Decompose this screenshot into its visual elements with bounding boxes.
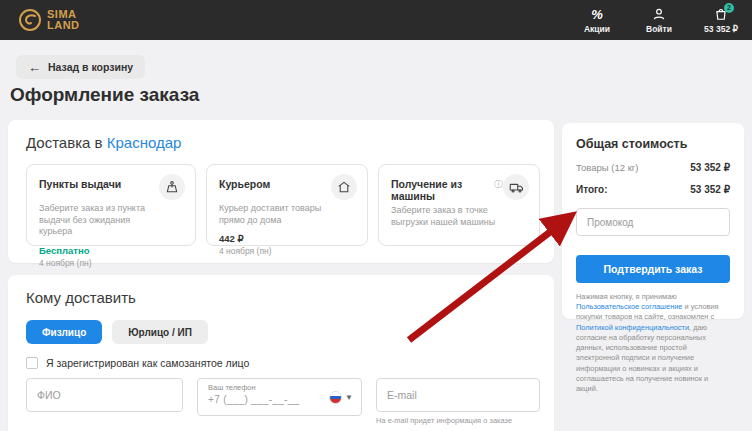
home-icon bbox=[331, 174, 357, 200]
privacy-policy-link[interactable]: Политикой конфиденциальности bbox=[576, 323, 689, 332]
option-description: Заберите заказ из пункта выдачи без ожид… bbox=[39, 203, 153, 238]
summary-row-total: Итого: 53 352 ₽ bbox=[576, 184, 730, 195]
email-field-group: На e-mail придет информация о заказе bbox=[376, 378, 540, 425]
login-nav-item[interactable]: Войти bbox=[642, 7, 676, 34]
goods-value: 53 352 ₽ bbox=[690, 162, 730, 173]
delivery-option-car[interactable]: Получение из машины ⓘ Заберите заказ в т… bbox=[378, 164, 540, 246]
email-input[interactable] bbox=[376, 378, 540, 412]
recipient-type-tabs: Физлицо Юрлицо / ИП bbox=[26, 320, 540, 344]
chevron-down-icon: ▼ bbox=[345, 393, 353, 402]
summary-row-goods: Товары (12 кг) 53 352 ₽ bbox=[576, 162, 730, 173]
legal-text: Нажимая кнопку, я принимаю Пользовательс… bbox=[576, 292, 730, 394]
back-to-cart-label: Назад в корзину bbox=[48, 61, 133, 73]
page-title: Оформление заказа bbox=[10, 84, 199, 106]
summary-title: Общая стоимость bbox=[576, 137, 730, 151]
phone-label: Ваш телефон bbox=[208, 383, 323, 392]
cart-nav-item[interactable]: 2 53 352 ₽ bbox=[704, 7, 738, 34]
header-nav: % Акции Войти 2 53 352 ₽ bbox=[580, 7, 738, 34]
cart-total-label: 53 352 ₽ bbox=[704, 24, 738, 34]
tab-individual[interactable]: Физлицо bbox=[26, 320, 102, 344]
option-date: 4 ноября (пн) bbox=[219, 246, 357, 256]
back-to-cart-button[interactable]: ← Назад в корзину bbox=[16, 55, 145, 79]
recipient-section: Кому доставить Физлицо Юрлицо / ИП Я зар… bbox=[8, 275, 554, 431]
phone-input[interactable]: Ваш телефон +7 (___) ___-__-__ ▼ bbox=[197, 378, 362, 416]
delivery-options: Пункты выдачи Заберите заказ из пункта в… bbox=[26, 164, 540, 246]
tab-legal-entity[interactable]: Юрлицо / ИП bbox=[112, 320, 208, 344]
goods-label: Товары (12 кг) bbox=[576, 162, 638, 173]
user-agreement-link[interactable]: Пользовательское соглашение bbox=[576, 302, 682, 311]
option-price: 442 ₽ bbox=[219, 233, 357, 244]
promo-code-input[interactable] bbox=[576, 208, 730, 236]
sima-land-logo[interactable]: SIMA LAND bbox=[18, 8, 80, 32]
option-title: Курьером bbox=[219, 174, 270, 190]
option-title: Получение из машины bbox=[391, 174, 491, 202]
option-title: Пункты выдачи bbox=[39, 174, 121, 190]
delivery-option-courier[interactable]: Курьером Курьер доставит товары прямо до… bbox=[206, 164, 368, 246]
login-label: Войти bbox=[646, 24, 672, 34]
confirm-order-button[interactable]: Подтвердить заказ bbox=[576, 255, 730, 283]
phone-mask-value: +7 (___) ___-__-__ bbox=[208, 394, 323, 405]
recipient-title: Кому доставить bbox=[26, 289, 540, 306]
delivery-title: Доставка в Краснодар bbox=[26, 134, 540, 151]
info-icon[interactable]: ⓘ bbox=[494, 174, 503, 191]
percent-icon: % bbox=[591, 7, 603, 22]
cart-count-badge: 2 bbox=[724, 3, 734, 13]
self-employed-label: Я зарегистрирован как самозанятое лицо bbox=[46, 357, 249, 369]
promos-nav-item[interactable]: % Акции bbox=[580, 7, 614, 34]
top-header: SIMA LAND % Акции Войти 2 53 352 ₽ bbox=[0, 0, 752, 40]
option-description: Заберите заказ в точке выгрузки нашей ма… bbox=[391, 205, 499, 228]
email-hint: На e-mail придет информация о заказе bbox=[376, 416, 540, 425]
country-selector[interactable]: ▼ bbox=[329, 391, 353, 404]
total-value: 53 352 ₽ bbox=[690, 184, 730, 195]
user-icon bbox=[652, 7, 666, 21]
pickup-point-icon bbox=[159, 174, 185, 200]
delivery-section: Доставка в Краснодар Пункты выдачи Забер… bbox=[8, 120, 554, 263]
order-summary: Общая стоимость Товары (12 кг) 53 352 ₽ … bbox=[562, 123, 744, 319]
logo-text: SIMA LAND bbox=[47, 9, 80, 31]
delivery-option-pickup[interactable]: Пункты выдачи Заберите заказ из пункта в… bbox=[26, 164, 196, 246]
truck-icon bbox=[503, 174, 529, 200]
self-employed-checkbox[interactable] bbox=[26, 357, 38, 369]
option-date: 4 ноября (пн) bbox=[39, 258, 185, 268]
option-price: Бесплатно bbox=[39, 245, 185, 256]
promos-label: Акции bbox=[584, 24, 610, 34]
full-name-input[interactable] bbox=[26, 378, 183, 412]
self-employed-row[interactable]: Я зарегистрирован как самозанятое лицо bbox=[26, 357, 540, 369]
sima-land-bird-icon bbox=[18, 8, 42, 32]
russia-flag-icon bbox=[329, 391, 342, 404]
city-link[interactable]: Краснодар bbox=[107, 134, 182, 151]
total-label: Итого: bbox=[576, 184, 608, 195]
option-description: Курьер доставит товары прямо до дома bbox=[219, 203, 327, 226]
recipient-fields: Ваш телефон +7 (___) ___-__-__ ▼ На e-ma… bbox=[26, 378, 540, 425]
back-arrow-icon: ← bbox=[28, 61, 41, 74]
